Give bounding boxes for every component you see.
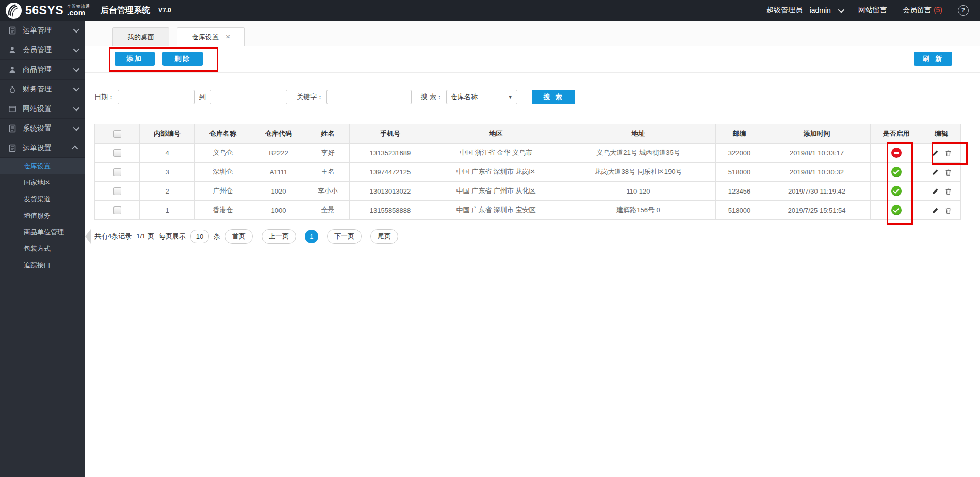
last-page-button[interactable]: 尾页: [370, 229, 398, 244]
enabled-icon[interactable]: [891, 205, 902, 215]
select-all-checkbox[interactable]: [113, 130, 121, 138]
site-messages-link[interactable]: 网站留言: [858, 6, 887, 15]
date-from-input[interactable]: [118, 90, 195, 104]
logo-icon: [5, 2, 22, 19]
search-type-select[interactable]: 仓库名称 ▼: [446, 90, 517, 104]
sidebar-item[interactable]: 会员管理: [0, 40, 85, 60]
prev-page-button[interactable]: 上一页: [262, 229, 296, 244]
table-row: 2广州仓1020李小小13013013022中国 广东省 广州市 从化区110 …: [95, 182, 961, 201]
cell-code: B2222: [251, 144, 306, 163]
cell-time: 2019/8/1 10:30:32: [763, 163, 871, 182]
enabled-icon[interactable]: [891, 186, 902, 196]
delete-button[interactable]: 删除: [162, 52, 203, 66]
page-info: 1/1 页: [136, 232, 154, 241]
cell-time: 2019/7/30 11:19:42: [763, 182, 871, 201]
sidebar-subitem[interactable]: 国家地区: [0, 174, 85, 191]
refresh-button[interactable]: 刷 新: [914, 52, 952, 66]
cell-code: 1000: [251, 201, 306, 220]
tab-close-icon[interactable]: ×: [226, 33, 230, 41]
cell-zip: 322000: [716, 144, 763, 163]
sidebar-subitem[interactable]: 商品单位管理: [0, 224, 85, 241]
row-delete-icon[interactable]: [945, 188, 952, 195]
cell-phone: 13155858888: [350, 201, 431, 220]
tabstrip: 我的桌面 仓库设置×: [85, 21, 980, 46]
cell-region: 中国 广东省 深圳市 龙岗区: [431, 163, 561, 182]
column-header: 仓库名称: [195, 124, 251, 144]
row-delete-icon[interactable]: [945, 150, 952, 157]
sidebar-item[interactable]: 网站设置: [0, 99, 85, 119]
column-header: 地址: [561, 124, 716, 144]
enabled-icon[interactable]: [891, 167, 902, 177]
cell-time: 2019/8/1 10:33:17: [763, 144, 871, 163]
tab-my-desktop[interactable]: 我的桌面: [112, 27, 169, 46]
date-to-label: 到: [199, 92, 206, 102]
user-menu[interactable]: 超级管理员 iadmin: [766, 6, 843, 15]
table-row: 4义乌仓B2222李好13135231689中国 浙江省 金华 义乌市义乌大道2…: [95, 144, 961, 163]
sidebar-item[interactable]: 商品管理: [0, 60, 85, 80]
chevron-down-icon: [73, 124, 80, 131]
sidebar-subitem[interactable]: 追踪接口: [0, 257, 85, 274]
add-button[interactable]: 添加: [115, 52, 155, 66]
sidebar-item[interactable]: 财务管理: [0, 80, 85, 99]
cell-name: 广州仓: [195, 182, 251, 201]
column-header: 手机号: [350, 124, 431, 144]
cell-phone: 13974472125: [350, 163, 431, 182]
cell-id: 2: [140, 182, 195, 201]
chevron-down-icon: [73, 85, 80, 92]
row-checkbox[interactable]: [113, 149, 121, 157]
chevron-down-icon: [73, 26, 80, 33]
table-row: 1香港仓1000全景13155858888中国 广东省 深圳市 宝安区建辉路15…: [95, 201, 961, 220]
current-page-button[interactable]: 1: [305, 230, 318, 243]
keyword-input[interactable]: [326, 90, 412, 104]
edit-pencil-icon[interactable]: [932, 150, 939, 157]
member-messages-link[interactable]: 会员留言(5): [903, 6, 942, 15]
per-page-label: 每页展示: [159, 232, 186, 241]
user-icon: [8, 66, 17, 74]
cell-contact: 李小小: [306, 182, 350, 201]
cell-address: 110 120: [561, 182, 716, 201]
column-header: 添加时间: [763, 124, 871, 144]
search-button[interactable]: 搜 索: [532, 90, 576, 104]
finance-icon: [8, 85, 17, 93]
sidebar-item[interactable]: 运单管理: [0, 21, 85, 40]
column-header: 内部编号: [140, 124, 195, 144]
cell-name: 义乌仓: [195, 144, 251, 163]
sidebar-subitem[interactable]: 仓库设置: [0, 158, 85, 174]
edit-pencil-icon[interactable]: [932, 169, 939, 176]
cell-region: 中国 浙江省 金华 义乌市: [431, 144, 561, 163]
row-delete-icon[interactable]: [945, 207, 952, 214]
sidebar-item[interactable]: 系统设置: [0, 119, 85, 138]
waybill-doc-icon: [8, 26, 17, 35]
sidebar-item[interactable]: 运单设置: [0, 138, 85, 158]
sidebar-collapse-handle[interactable]: [85, 229, 91, 244]
app-title: 后台管理系统: [101, 5, 150, 16]
date-label: 日期：: [94, 92, 115, 102]
cell-address: 义乌大道21号 城西街道35号: [561, 144, 716, 163]
topbar: 56SYS 全景物流通 .com 后台管理系统 V7.0 超级管理员 iadmi…: [0, 0, 980, 21]
per-page-input[interactable]: 10: [190, 230, 209, 243]
first-page-button[interactable]: 首页: [225, 229, 253, 244]
cell-name: 深圳仓: [195, 163, 251, 182]
row-checkbox[interactable]: [113, 168, 121, 176]
row-checkbox[interactable]: [113, 187, 121, 195]
help-icon[interactable]: ?: [958, 5, 969, 16]
sidebar-subitem[interactable]: 发货渠道: [0, 191, 85, 208]
cell-phone: 13013013022: [350, 182, 431, 201]
next-page-button[interactable]: 下一页: [327, 229, 362, 244]
chevron-down-icon: [73, 46, 80, 53]
row-delete-icon[interactable]: [945, 169, 952, 176]
edit-pencil-icon[interactable]: [932, 207, 939, 214]
member-messages-count: (5): [934, 6, 942, 14]
sidebar-subitem[interactable]: 增值服务: [0, 208, 85, 224]
tab-warehouse-settings[interactable]: 仓库设置×: [177, 27, 245, 46]
disabled-icon[interactable]: [891, 148, 902, 158]
date-to-input[interactable]: [210, 90, 287, 104]
edit-pencil-icon[interactable]: [932, 188, 939, 195]
user-icon: [8, 46, 17, 54]
row-checkbox[interactable]: [113, 206, 121, 214]
cell-id: 3: [140, 163, 195, 182]
column-header: 姓名: [306, 124, 350, 144]
cell-code: 1020: [251, 182, 306, 201]
username: iadmin: [810, 6, 831, 14]
sidebar-subitem[interactable]: 包装方式: [0, 241, 85, 257]
